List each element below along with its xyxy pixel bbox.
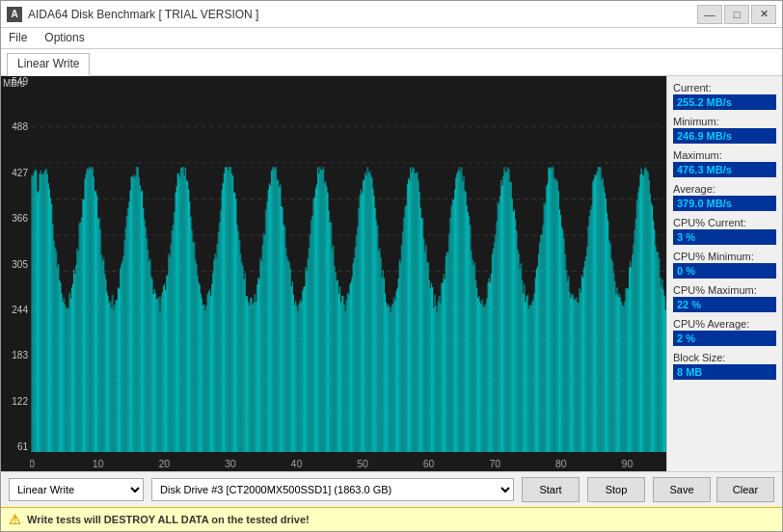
stat-cpu-current: CPU% Current: 3 % bbox=[673, 217, 776, 245]
y-label-4: 305 bbox=[1, 259, 28, 270]
average-value: 379.0 MB/s bbox=[673, 196, 776, 211]
menu-options[interactable]: Options bbox=[40, 30, 88, 46]
cpu-current-label: CPU% Current: bbox=[673, 217, 776, 228]
current-value: 255.2 MB/s bbox=[673, 94, 776, 110]
cpu-average-value: 2 % bbox=[673, 331, 776, 346]
main-window: A AIDA64 Disk Benchmark [ TRIAL VERSION … bbox=[0, 0, 783, 532]
y-label-7: 488 bbox=[1, 121, 28, 132]
maximize-button[interactable]: □ bbox=[724, 5, 749, 24]
current-label: Current: bbox=[673, 82, 776, 93]
y-label-1: 122 bbox=[1, 396, 28, 407]
y-axis-labels: 61 122 183 244 305 366 427 488 549 bbox=[1, 76, 30, 471]
block-size-label: Block Size: bbox=[673, 352, 776, 363]
tab-linear-write[interactable]: Linear Write bbox=[7, 53, 90, 76]
right-panel: Current: 255.2 MB/s Minimum: 246.9 MB/s … bbox=[666, 76, 782, 471]
y-label-0: 61 bbox=[1, 441, 28, 452]
menu-bar: File Options bbox=[1, 28, 782, 49]
stat-block-size: Block Size: 8 MB bbox=[673, 352, 776, 380]
y-label-2: 183 bbox=[1, 350, 28, 360]
start-button[interactable]: Start bbox=[522, 477, 580, 502]
block-size-value: 8 MB bbox=[673, 364, 776, 380]
average-label: Average: bbox=[673, 183, 776, 195]
disk-drive-dropdown[interactable]: Disk Drive #3 [CT2000MX500SSD1] (1863.0 … bbox=[151, 478, 514, 501]
cpu-minimum-label: CPU% Minimum: bbox=[673, 251, 776, 262]
y-label-3: 244 bbox=[1, 305, 28, 315]
window-title: AIDA64 Disk Benchmark [ TRIAL VERSION ] bbox=[28, 8, 258, 21]
stat-cpu-maximum: CPU% Maximum: 22 % bbox=[673, 284, 776, 312]
y-label-8: 549 bbox=[1, 76, 28, 87]
chart-area: MB/s 61 122 183 244 305 366 427 488 549 … bbox=[1, 76, 666, 471]
y-label-5: 366 bbox=[1, 213, 28, 224]
clear-button[interactable]: Clear bbox=[716, 477, 774, 502]
stat-minimum: Minimum: 246.9 MB/s bbox=[673, 116, 776, 144]
warning-bar: ⚠ Write tests will DESTROY ALL DATA on t… bbox=[1, 507, 782, 531]
maximum-label: Maximum: bbox=[673, 149, 776, 161]
minimize-button[interactable]: — bbox=[697, 5, 722, 24]
stat-current: Current: 255.2 MB/s bbox=[673, 82, 776, 110]
test-type-dropdown[interactable]: Linear Write Linear Read Random Write Ra… bbox=[9, 478, 144, 501]
save-button[interactable]: Save bbox=[653, 477, 711, 502]
app-icon: A bbox=[7, 7, 22, 22]
title-bar: A AIDA64 Disk Benchmark [ TRIAL VERSION … bbox=[1, 1, 782, 28]
minimum-value: 246.9 MB/s bbox=[673, 128, 776, 144]
minimum-label: Minimum: bbox=[673, 116, 776, 127]
cpu-maximum-value: 22 % bbox=[673, 297, 776, 312]
stat-cpu-minimum: CPU% Minimum: 0 % bbox=[673, 251, 776, 279]
bottom-bar: Linear Write Linear Read Random Write Ra… bbox=[1, 471, 782, 531]
stop-button[interactable]: Stop bbox=[587, 477, 645, 502]
stat-maximum: Maximum: 476.3 MB/s bbox=[673, 149, 776, 177]
controls-row: Linear Write Linear Read Random Write Ra… bbox=[1, 472, 782, 507]
warning-icon: ⚠ bbox=[9, 512, 21, 527]
cpu-minimum-value: 0 % bbox=[673, 263, 776, 279]
stat-cpu-average: CPU% Average: 2 % bbox=[673, 318, 776, 346]
maximum-value: 476.3 MB/s bbox=[673, 162, 776, 177]
close-button[interactable]: ✕ bbox=[751, 5, 776, 24]
warning-text: Write tests will DESTROY ALL DATA on the… bbox=[27, 514, 310, 525]
cpu-average-label: CPU% Average: bbox=[673, 318, 776, 330]
tab-bar: Linear Write bbox=[1, 49, 782, 76]
cpu-maximum-label: CPU% Maximum: bbox=[673, 284, 776, 296]
menu-file[interactable]: File bbox=[5, 30, 31, 46]
stat-average: Average: 379.0 MB/s bbox=[673, 183, 776, 211]
y-label-6: 427 bbox=[1, 168, 28, 178]
chart-canvas bbox=[30, 76, 666, 471]
main-area: MB/s 61 122 183 244 305 366 427 488 549 … bbox=[1, 76, 782, 471]
cpu-current-value: 3 % bbox=[673, 229, 776, 245]
